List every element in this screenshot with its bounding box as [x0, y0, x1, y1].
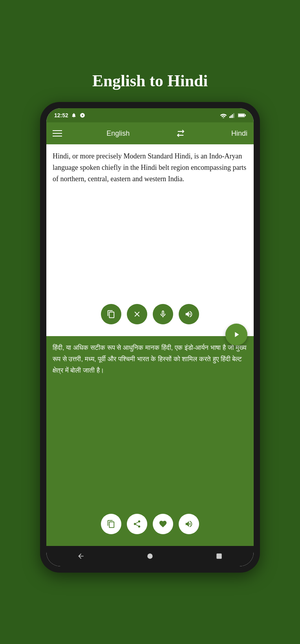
home-nav-button[interactable]	[146, 552, 154, 560]
recents-nav-button[interactable]	[215, 552, 223, 560]
notification-icon	[71, 112, 77, 118]
output-text: हिंदी, या अधिक सटीक रूप से आधुनिक मानक ह…	[53, 342, 247, 508]
translate-button[interactable]	[225, 324, 247, 346]
status-right	[220, 113, 246, 118]
back-nav-button[interactable]	[77, 552, 85, 560]
favorite-output-button[interactable]	[153, 514, 173, 534]
hamburger-line2	[53, 133, 62, 134]
output-buttons	[53, 508, 247, 540]
signal-icon	[229, 113, 236, 118]
phone-frame: 12:52	[40, 102, 260, 573]
svg-rect-9	[216, 553, 221, 558]
target-language[interactable]: Hindi	[231, 129, 247, 138]
input-area: Hindi, or more precisely Modern Standard…	[46, 144, 254, 336]
output-area: हिंदी, या अधिक सटीक रूप से आधुनिक मानक ह…	[46, 336, 254, 546]
svg-point-0	[223, 117, 224, 118]
menu-button[interactable]	[53, 130, 62, 136]
nav-bar	[46, 546, 254, 566]
media-icon	[79, 112, 86, 118]
speaker-input-button[interactable]	[179, 304, 199, 324]
copy-input-button[interactable]	[101, 304, 121, 324]
input-buttons	[53, 298, 247, 330]
svg-rect-2	[230, 115, 232, 118]
svg-rect-7	[238, 114, 244, 116]
svg-rect-4	[233, 113, 234, 118]
phone-screen: 12:52	[46, 108, 254, 566]
status-left: 12:52	[54, 112, 86, 118]
wifi-icon	[220, 113, 227, 118]
source-language[interactable]: English	[106, 129, 130, 138]
swap-language-button[interactable]	[174, 127, 187, 140]
copy-output-button[interactable]	[101, 514, 121, 534]
svg-rect-3	[232, 114, 233, 118]
hamburger-line3	[53, 136, 62, 136]
time-label: 12:52	[54, 112, 68, 118]
svg-rect-6	[245, 115, 246, 116]
app-bar: English Hindi	[46, 122, 254, 144]
speaker-output-button[interactable]	[179, 514, 199, 534]
hamburger-line1	[53, 130, 62, 131]
page-title: English to Hindi	[92, 71, 208, 90]
share-output-button[interactable]	[127, 514, 147, 534]
svg-rect-1	[229, 116, 230, 118]
status-bar: 12:52	[46, 108, 254, 122]
svg-point-8	[147, 553, 152, 558]
mic-input-button[interactable]	[153, 304, 173, 324]
input-text[interactable]: Hindi, or more precisely Modern Standard…	[53, 151, 247, 298]
clear-input-button[interactable]	[127, 304, 147, 324]
battery-icon	[238, 113, 246, 118]
